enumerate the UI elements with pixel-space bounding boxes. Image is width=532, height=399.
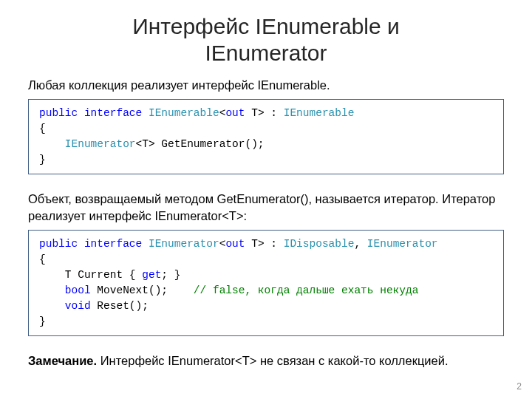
kw-interface: interface <box>84 107 142 119</box>
kw-public: public <box>39 107 78 119</box>
kw-out-2: out <box>225 238 245 250</box>
type-ienumerable: IEnumerable <box>149 107 219 119</box>
paragraph-1: Любая коллекция реализует интерфейс IEnu… <box>28 77 504 93</box>
note-text: Интерфейс IEnumerator<T> не связан с как… <box>97 354 448 367</box>
type-ienumerable-base: IEnumerable <box>284 107 355 119</box>
paragraph-3: Замечание. Интерфейс IEnumerator<T> не с… <box>28 352 504 369</box>
type-ienumerator: IEnumerator <box>65 138 136 150</box>
paragraph-2: Объект, возвращаемый методом GetEnumerat… <box>28 191 504 224</box>
code-block-ienumerator: public interface IEnumerator<out T> : ID… <box>28 230 504 336</box>
note-label: Замечание. <box>28 354 97 367</box>
kw-public-2: public <box>39 238 78 250</box>
kw-interface-2: interface <box>84 238 142 250</box>
slide-title: Интерфейс IEnumerable и IEnumerator <box>28 13 504 66</box>
title-line-1: Интерфейс IEnumerable и <box>132 14 400 38</box>
page-number: 2 <box>516 381 522 392</box>
kw-bool: bool <box>65 284 91 296</box>
code-block-ienumerable: public interface IEnumerable<out T> : IE… <box>28 99 504 174</box>
type-ienumerator-2: IEnumerator <box>149 238 219 250</box>
type-ienumerator-base: IEnumerator <box>367 238 438 250</box>
type-idisposable: IDisposable <box>284 238 355 250</box>
kw-void: void <box>65 300 91 312</box>
kw-out: out <box>225 107 245 119</box>
comment: // false, когда дальше ехать некуда <box>194 284 419 296</box>
title-line-2: IEnumerator <box>205 41 327 65</box>
kw-get: get <box>142 269 161 281</box>
